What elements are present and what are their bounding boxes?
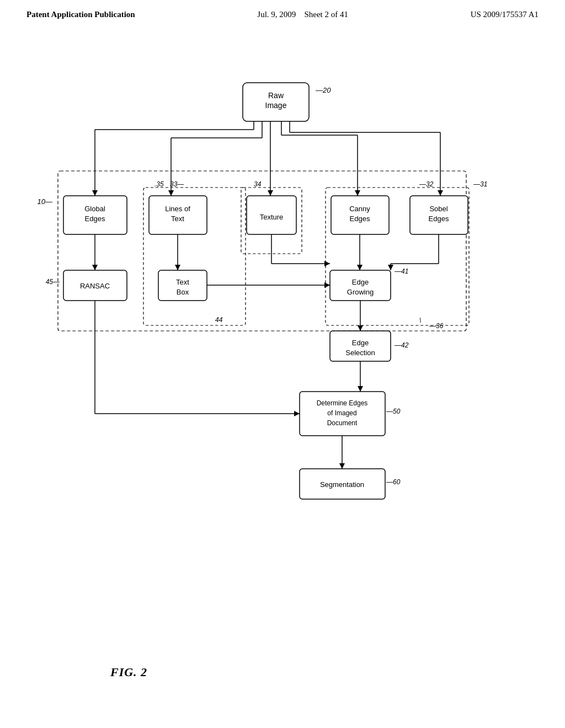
svg-text:Edges: Edges [85, 215, 105, 223]
figure-label: FIG. 2 [110, 665, 147, 679]
svg-marker-77 [358, 325, 363, 331]
svg-text:33—: 33— [170, 180, 184, 188]
header-patent-number: US 2009/175537 A1 [471, 10, 539, 19]
svg-text:Edge: Edge [352, 339, 369, 347]
svg-text:Growing: Growing [347, 288, 374, 296]
svg-text:Image: Image [265, 101, 287, 110]
svg-marker-65 [388, 265, 393, 270]
svg-text:Edges: Edges [429, 215, 449, 223]
svg-marker-11 [168, 190, 174, 196]
svg-text:—31: —31 [473, 180, 487, 188]
svg-text:.35: .35 [154, 180, 164, 188]
svg-text:—41: —41 [394, 267, 408, 275]
svg-marker-70 [324, 282, 330, 288]
svg-marker-59 [175, 265, 180, 270]
header-date: Jul. 9, 2009 [257, 10, 296, 19]
svg-text:—50: —50 [386, 408, 401, 415]
svg-text:Text: Text [171, 215, 184, 223]
svg-marker-68 [324, 261, 330, 266]
svg-marker-86 [358, 386, 363, 392]
svg-text:Texture: Texture [260, 213, 284, 221]
diagram-area: Raw Image —20 10— [0, 66, 565, 673]
svg-marker-89 [294, 411, 300, 416]
header-publication-type: Patent Application Publication [26, 10, 135, 19]
svg-text:Text: Text [176, 278, 189, 286]
svg-text:Edge: Edge [352, 278, 369, 286]
svg-text:of Imaged: of Imaged [327, 409, 356, 417]
svg-text:RANSAC: RANSAC [80, 282, 110, 290]
svg-text:10—: 10— [38, 197, 53, 206]
page-header: Patent Application Publication Jul. 9, 2… [0, 0, 565, 19]
svg-marker-21 [438, 190, 443, 196]
svg-text:—32: —32 [419, 180, 434, 188]
svg-text:Segmentation: Segmentation [320, 480, 364, 489]
svg-text:—42: —42 [394, 341, 409, 349]
svg-marker-7 [92, 190, 98, 196]
svg-marker-57 [92, 265, 98, 270]
svg-text:34: 34 [254, 180, 262, 188]
svg-text:Document: Document [327, 419, 358, 427]
svg-text:Box: Box [177, 288, 189, 296]
svg-text:—20: —20 [315, 86, 331, 94]
header-center: Jul. 9, 2009 Sheet 2 of 41 [257, 10, 348, 19]
svg-text:Lines of: Lines of [165, 205, 190, 213]
svg-marker-61 [357, 265, 363, 270]
svg-text:Determine Edges: Determine Edges [317, 399, 368, 407]
svg-marker-94 [339, 463, 345, 469]
svg-text:—60: —60 [386, 478, 401, 486]
svg-text:\: \ [419, 317, 421, 324]
svg-text:Global: Global [84, 205, 105, 213]
svg-text:Raw: Raw [268, 91, 284, 100]
svg-marker-17 [355, 190, 360, 196]
diagram-svg: Raw Image —20 10— [0, 66, 565, 673]
svg-text:44: 44 [215, 316, 223, 324]
svg-text:Sobel: Sobel [429, 205, 447, 213]
header-sheet: Sheet 2 of 41 [304, 10, 348, 19]
svg-marker-13 [268, 190, 273, 196]
svg-text:Canny: Canny [349, 205, 370, 213]
svg-text:—36: —36 [429, 322, 444, 330]
svg-text:Selection: Selection [345, 349, 375, 357]
svg-rect-22 [58, 171, 466, 331]
svg-text:Edges: Edges [350, 215, 370, 223]
svg-text:45—: 45— [46, 278, 60, 286]
